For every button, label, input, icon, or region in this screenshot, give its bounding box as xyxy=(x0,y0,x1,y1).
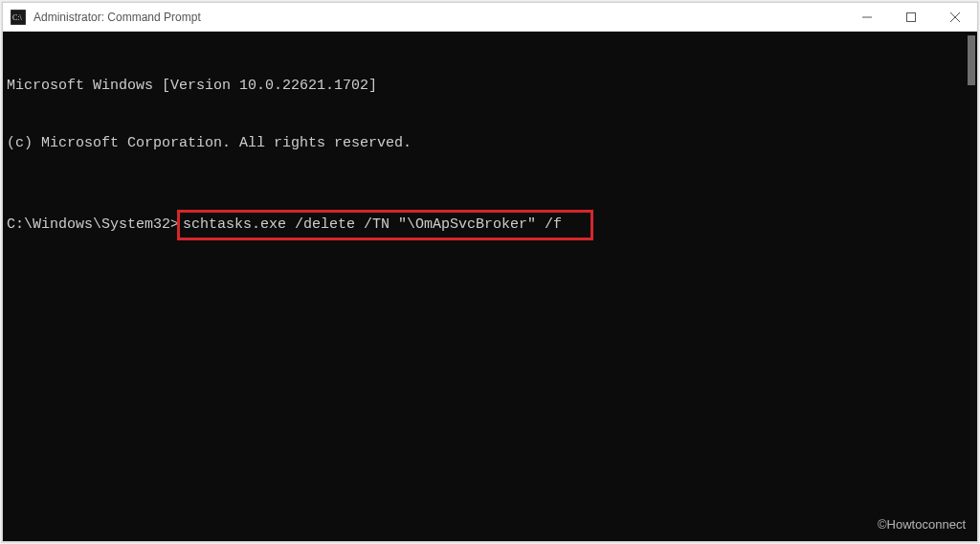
window-controls xyxy=(845,3,977,31)
command-prompt-window: C:\ Administrator: Command Prompt Micros… xyxy=(2,2,978,542)
cmd-app-icon: C:\ xyxy=(11,10,26,25)
terminal-area[interactable]: Microsoft Windows [Version 10.0.22621.17… xyxy=(3,32,977,541)
window-title: Administrator: Command Prompt xyxy=(33,11,845,24)
close-button[interactable] xyxy=(933,3,977,31)
minimize-button[interactable] xyxy=(845,3,889,31)
typed-command: schtasks.exe /delete /TN "\OmApSvcBroker… xyxy=(183,216,562,233)
svg-text:C:\: C:\ xyxy=(12,13,23,22)
titlebar[interactable]: C:\ Administrator: Command Prompt xyxy=(3,3,977,32)
scrollbar-thumb[interactable] xyxy=(968,35,975,85)
prompt-path: C:\Windows\System32> xyxy=(7,215,179,235)
prompt-line: C:\Windows\System32>schtasks.exe /delete… xyxy=(7,210,977,240)
svg-line-4 xyxy=(950,12,960,22)
maximize-button[interactable] xyxy=(889,3,933,31)
svg-line-5 xyxy=(950,12,960,22)
copyright-line: (c) Microsoft Corporation. All rights re… xyxy=(7,134,977,153)
command-highlight: schtasks.exe /delete /TN "\OmApSvcBroker… xyxy=(177,210,593,240)
watermark-text: ©Howtoconnect xyxy=(878,516,966,533)
scrollbar-track[interactable] xyxy=(962,32,977,541)
version-line: Microsoft Windows [Version 10.0.22621.17… xyxy=(7,77,977,96)
svg-rect-3 xyxy=(907,12,916,21)
